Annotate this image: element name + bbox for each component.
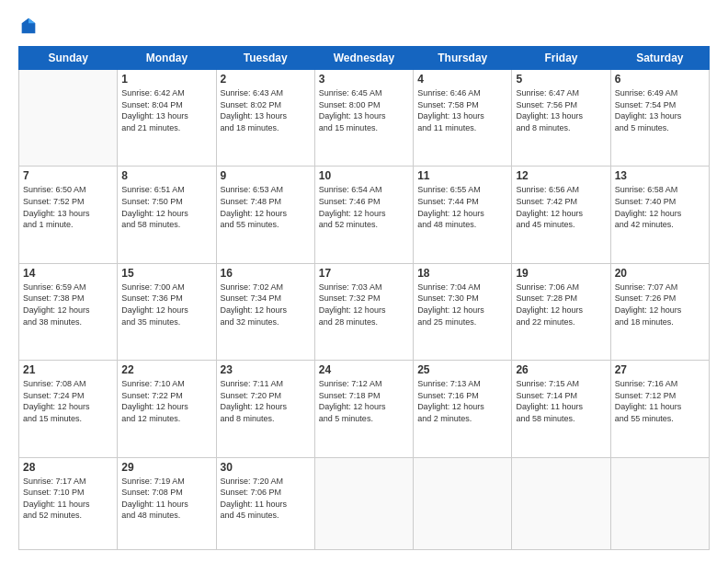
calendar-cell — [414, 457, 512, 549]
calendar-cell: 12Sunrise: 6:56 AM Sunset: 7:42 PM Dayli… — [512, 167, 610, 263]
day-number: 2 — [221, 73, 311, 86]
day-info: Sunrise: 6:59 AM Sunset: 7:38 PM Dayligh… — [23, 282, 113, 327]
calendar-cell: 16Sunrise: 7:02 AM Sunset: 7:34 PM Dayli… — [216, 263, 314, 360]
day-number: 6 — [615, 73, 705, 86]
calendar-cell: 19Sunrise: 7:06 AM Sunset: 7:28 PM Dayli… — [512, 263, 610, 360]
calendar-cell: 13Sunrise: 6:58 AM Sunset: 7:40 PM Dayli… — [610, 167, 709, 263]
calendar-cell: 17Sunrise: 7:03 AM Sunset: 7:32 PM Dayli… — [314, 263, 413, 360]
day-header-sunday: Sunday — [19, 47, 118, 70]
calendar-table: SundayMondayTuesdayWednesdayThursdayFrid… — [18, 46, 710, 550]
days-header-row: SundayMondayTuesdayWednesdayThursdayFrid… — [19, 47, 710, 70]
day-info: Sunrise: 7:08 AM Sunset: 7:24 PM Dayligh… — [23, 378, 113, 424]
day-number: 7 — [23, 169, 113, 182]
calendar-cell: 11Sunrise: 6:55 AM Sunset: 7:44 PM Dayli… — [414, 167, 512, 263]
week-row-5: 28Sunrise: 7:17 AM Sunset: 7:10 PM Dayli… — [19, 457, 710, 549]
day-header-monday: Monday — [118, 47, 216, 70]
calendar-header: SundayMondayTuesdayWednesdayThursdayFrid… — [19, 47, 710, 70]
calendar-cell: 23Sunrise: 7:11 AM Sunset: 7:20 PM Dayli… — [216, 361, 314, 457]
week-row-4: 21Sunrise: 7:08 AM Sunset: 7:24 PM Dayli… — [19, 361, 710, 457]
calendar-cell: 7Sunrise: 6:50 AM Sunset: 7:52 PM Daylig… — [19, 167, 118, 263]
day-info: Sunrise: 6:54 AM Sunset: 7:46 PM Dayligh… — [319, 184, 409, 230]
day-number: 19 — [516, 267, 606, 280]
day-header-friday: Friday — [512, 47, 610, 70]
day-number: 18 — [417, 267, 507, 280]
calendar-cell: 29Sunrise: 7:19 AM Sunset: 7:08 PM Dayli… — [118, 457, 216, 549]
day-header-saturday: Saturday — [610, 47, 709, 70]
calendar-cell: 3Sunrise: 6:45 AM Sunset: 8:00 PM Daylig… — [314, 70, 413, 167]
calendar-cell: 26Sunrise: 7:15 AM Sunset: 7:14 PM Dayli… — [512, 361, 610, 457]
day-number: 5 — [516, 73, 606, 86]
day-info: Sunrise: 6:58 AM Sunset: 7:40 PM Dayligh… — [615, 184, 705, 230]
calendar-cell: 8Sunrise: 6:51 AM Sunset: 7:50 PM Daylig… — [118, 167, 216, 263]
header — [18, 17, 710, 37]
page: SundayMondayTuesdayWednesdayThursdayFrid… — [0, 0, 728, 563]
day-info: Sunrise: 6:55 AM Sunset: 7:44 PM Dayligh… — [417, 184, 507, 230]
calendar-body: 1Sunrise: 6:42 AM Sunset: 8:04 PM Daylig… — [19, 70, 710, 550]
calendar-cell: 2Sunrise: 6:43 AM Sunset: 8:02 PM Daylig… — [216, 70, 314, 167]
day-info: Sunrise: 7:11 AM Sunset: 7:20 PM Dayligh… — [221, 378, 311, 424]
calendar-cell: 24Sunrise: 7:12 AM Sunset: 7:18 PM Dayli… — [314, 361, 413, 457]
day-number: 28 — [23, 461, 113, 474]
day-number: 26 — [516, 363, 606, 376]
week-row-2: 7Sunrise: 6:50 AM Sunset: 7:52 PM Daylig… — [19, 167, 710, 263]
day-number: 4 — [417, 73, 507, 86]
calendar-cell: 25Sunrise: 7:13 AM Sunset: 7:16 PM Dayli… — [414, 361, 512, 457]
day-number: 30 — [221, 461, 311, 474]
day-info: Sunrise: 7:13 AM Sunset: 7:16 PM Dayligh… — [417, 378, 507, 424]
day-info: Sunrise: 7:12 AM Sunset: 7:18 PM Dayligh… — [319, 378, 409, 424]
calendar-cell: 10Sunrise: 6:54 AM Sunset: 7:46 PM Dayli… — [314, 167, 413, 263]
day-number: 25 — [417, 363, 507, 376]
calendar-cell: 20Sunrise: 7:07 AM Sunset: 7:26 PM Dayli… — [610, 263, 709, 360]
svg-marker-1 — [28, 18, 35, 24]
day-info: Sunrise: 6:47 AM Sunset: 7:56 PM Dayligh… — [516, 87, 606, 133]
day-info: Sunrise: 7:17 AM Sunset: 7:10 PM Dayligh… — [23, 476, 113, 522]
day-number: 23 — [221, 363, 311, 376]
day-info: Sunrise: 6:53 AM Sunset: 7:48 PM Dayligh… — [221, 184, 311, 230]
calendar-cell: 28Sunrise: 7:17 AM Sunset: 7:10 PM Dayli… — [19, 457, 118, 549]
day-number: 13 — [615, 169, 705, 182]
day-number: 29 — [121, 461, 211, 474]
day-header-thursday: Thursday — [414, 47, 512, 70]
day-number: 10 — [319, 169, 409, 182]
calendar-cell: 22Sunrise: 7:10 AM Sunset: 7:22 PM Dayli… — [118, 361, 216, 457]
day-info: Sunrise: 6:49 AM Sunset: 7:54 PM Dayligh… — [615, 87, 705, 133]
day-number: 3 — [319, 73, 409, 86]
week-row-3: 14Sunrise: 6:59 AM Sunset: 7:38 PM Dayli… — [19, 263, 710, 360]
day-info: Sunrise: 7:16 AM Sunset: 7:12 PM Dayligh… — [615, 378, 705, 424]
calendar-cell: 1Sunrise: 6:42 AM Sunset: 8:04 PM Daylig… — [118, 70, 216, 167]
day-number: 17 — [319, 267, 409, 280]
day-info: Sunrise: 7:15 AM Sunset: 7:14 PM Dayligh… — [516, 378, 606, 424]
day-number: 16 — [221, 267, 311, 280]
calendar-cell: 4Sunrise: 6:46 AM Sunset: 7:58 PM Daylig… — [414, 70, 512, 167]
week-row-1: 1Sunrise: 6:42 AM Sunset: 8:04 PM Daylig… — [19, 70, 710, 167]
calendar-cell: 14Sunrise: 6:59 AM Sunset: 7:38 PM Dayli… — [19, 263, 118, 360]
calendar-cell: 15Sunrise: 7:00 AM Sunset: 7:36 PM Dayli… — [118, 263, 216, 360]
day-header-wednesday: Wednesday — [314, 47, 413, 70]
day-info: Sunrise: 6:51 AM Sunset: 7:50 PM Dayligh… — [121, 184, 211, 230]
calendar-cell: 6Sunrise: 6:49 AM Sunset: 7:54 PM Daylig… — [610, 70, 709, 167]
day-info: Sunrise: 7:06 AM Sunset: 7:28 PM Dayligh… — [516, 282, 606, 327]
day-number: 21 — [23, 363, 113, 376]
day-info: Sunrise: 7:19 AM Sunset: 7:08 PM Dayligh… — [121, 476, 211, 522]
day-info: Sunrise: 6:45 AM Sunset: 8:00 PM Dayligh… — [319, 87, 409, 133]
day-info: Sunrise: 6:56 AM Sunset: 7:42 PM Dayligh… — [516, 184, 606, 230]
day-number: 9 — [221, 169, 311, 182]
day-info: Sunrise: 6:46 AM Sunset: 7:58 PM Dayligh… — [417, 87, 507, 133]
day-number: 14 — [23, 267, 113, 280]
calendar-cell — [610, 457, 709, 549]
calendar-cell: 5Sunrise: 6:47 AM Sunset: 7:56 PM Daylig… — [512, 70, 610, 167]
day-number: 11 — [417, 169, 507, 182]
day-number: 12 — [516, 169, 606, 182]
calendar-cell: 21Sunrise: 7:08 AM Sunset: 7:24 PM Dayli… — [19, 361, 118, 457]
calendar-cell: 18Sunrise: 7:04 AM Sunset: 7:30 PM Dayli… — [414, 263, 512, 360]
day-number: 15 — [121, 267, 211, 280]
day-number: 1 — [121, 73, 211, 86]
calendar-cell — [19, 70, 118, 167]
day-number: 22 — [121, 363, 211, 376]
calendar-cell — [512, 457, 610, 549]
day-number: 24 — [319, 363, 409, 376]
day-info: Sunrise: 7:04 AM Sunset: 7:30 PM Dayligh… — [417, 282, 507, 327]
calendar-cell — [314, 457, 413, 549]
day-header-tuesday: Tuesday — [216, 47, 314, 70]
day-info: Sunrise: 7:07 AM Sunset: 7:26 PM Dayligh… — [615, 282, 705, 327]
